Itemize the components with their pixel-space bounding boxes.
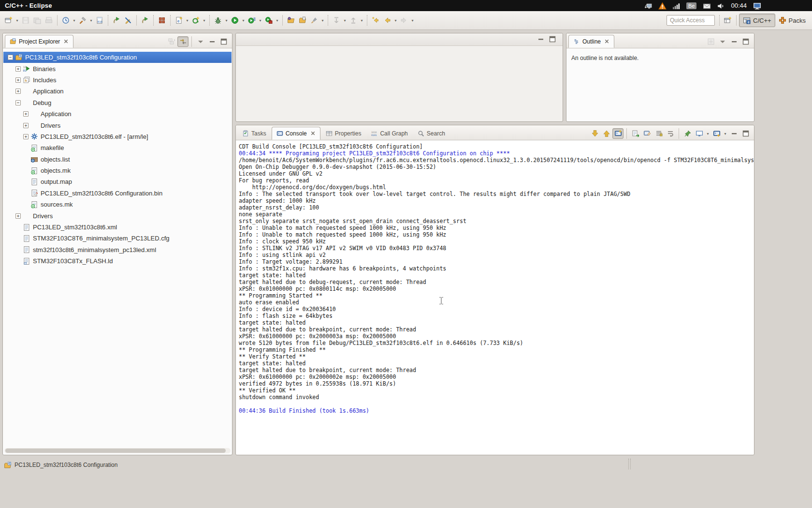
statusbar-drag-handle[interactable]	[628, 459, 631, 469]
tree-item[interactable]: +1001Binaries	[3, 63, 232, 74]
tree-item[interactable]: objects.list	[3, 154, 232, 165]
scrollbar-thumb[interactable]	[5, 448, 226, 453]
packs-manager-button[interactable]	[156, 15, 168, 26]
tree-item[interactable]: PC13LED_stm32f103c8t6.xml	[3, 222, 232, 233]
open-console-button[interactable]	[711, 128, 722, 139]
maximize-button[interactable]	[218, 36, 229, 47]
word-wrap-button[interactable]	[665, 128, 676, 139]
import-button[interactable]	[285, 15, 297, 26]
quick-access-input[interactable]	[667, 15, 715, 26]
tree-item[interactable]: +PC13LED_stm32f103c8t6.elf - [arm/le]	[3, 131, 232, 142]
next-error-button[interactable]	[589, 128, 600, 139]
perspective-packs[interactable]: Packs	[775, 14, 809, 27]
maximize-button[interactable]	[740, 36, 751, 47]
chevron-down-icon[interactable]: ▾	[705, 132, 710, 136]
minimize-button[interactable]	[728, 128, 740, 139]
profile-button[interactable]	[246, 15, 258, 26]
tree-item[interactable]: objects.mk	[3, 165, 232, 176]
tab-search[interactable]: Search	[413, 127, 450, 140]
network-tray-icon[interactable]	[644, 2, 652, 10]
tree-item[interactable]: −CPC13LED_stm32f103c8t6 Configuration	[3, 52, 232, 63]
tab-project-explorer[interactable]: Project Explorer	[5, 35, 73, 48]
chevron-down-icon[interactable]: ▾	[202, 18, 207, 23]
previous-error-button[interactable]	[601, 128, 612, 139]
back-button[interactable]	[381, 15, 393, 26]
close-icon[interactable]	[310, 131, 316, 136]
copy-build-log-button[interactable]	[630, 128, 641, 139]
debug-button[interactable]	[212, 15, 224, 26]
close-icon[interactable]	[63, 39, 69, 44]
binary-tools-button[interactable]: 010	[94, 15, 105, 26]
clear-console-button[interactable]	[641, 128, 652, 139]
tree-item[interactable]: +Drivers	[3, 210, 232, 221]
open-element-button[interactable]	[297, 15, 308, 26]
program-chip-button[interactable]	[139, 15, 151, 26]
chevron-down-icon[interactable]: ▾	[241, 18, 246, 23]
tree-item[interactable]: −Debug	[3, 97, 232, 108]
tree-item[interactable]: +Drivers	[3, 120, 232, 131]
tree-item[interactable]: stm32f103c8t6_minimalsystem_pc13led.xml	[3, 244, 232, 255]
chevron-down-icon[interactable]: ▾	[88, 18, 94, 23]
tree-item[interactable]: sources.mk	[3, 199, 232, 210]
search-toolbar-button[interactable]	[308, 15, 320, 26]
session-tray-icon[interactable]	[753, 2, 761, 10]
pin-console-button[interactable]	[682, 128, 693, 139]
collapse-expander[interactable]: −	[8, 55, 13, 60]
external-tools-button[interactable]	[263, 15, 275, 26]
keyboard-layout-indicator[interactable]: Be	[686, 2, 696, 9]
new-button[interactable]	[3, 15, 14, 26]
tab-call-graph[interactable]: 10100101Call Graph	[366, 127, 412, 140]
volume-tray-icon[interactable]	[717, 2, 725, 10]
flash-target-button[interactable]	[111, 15, 122, 26]
show-error-in-editor-button[interactable]	[612, 128, 624, 139]
horizontal-scrollbar[interactable]	[4, 448, 231, 453]
scroll-lock-button[interactable]	[653, 128, 664, 139]
build-config-button[interactable]	[60, 15, 72, 26]
new-c-project-button[interactable]	[190, 15, 202, 26]
tab-properties[interactable]: Properties	[321, 127, 366, 140]
expand-expander[interactable]: +	[23, 123, 29, 128]
signal-tray-icon[interactable]	[672, 2, 680, 10]
minimize-button[interactable]	[535, 34, 546, 45]
chevron-down-icon[interactable]: ▾	[258, 18, 263, 23]
tab-tasks[interactable]: Tasks	[238, 127, 271, 140]
maximize-button[interactable]	[547, 34, 558, 45]
tree-item[interactable]: output.map	[3, 176, 232, 187]
tab-console[interactable]: Console	[272, 127, 320, 140]
collapse-expander[interactable]: −	[15, 100, 21, 105]
expand-expander[interactable]: +	[15, 66, 21, 72]
tab-outline[interactable]: Outline	[568, 35, 614, 48]
expand-expander[interactable]: +	[15, 213, 21, 219]
chevron-down-icon[interactable]: ▾	[14, 18, 20, 23]
expand-expander[interactable]: +	[15, 89, 21, 94]
new-c-file-button[interactable]: c	[173, 15, 185, 26]
chevron-down-icon[interactable]: ▾	[185, 18, 190, 23]
clock[interactable]: 00:44	[731, 2, 747, 9]
tree-item[interactable]: STM32F103C8Tx_FLASH.ld	[3, 255, 232, 267]
chevron-down-icon[interactable]: ▾	[224, 18, 229, 23]
expand-expander[interactable]: +	[23, 111, 29, 117]
perspective-cpp[interactable]: c C/C++	[739, 14, 775, 27]
link-with-editor-button[interactable]	[177, 36, 188, 47]
minimize-button[interactable]	[728, 36, 740, 47]
warning-tray-icon[interactable]	[658, 2, 666, 10]
tree-item[interactable]: PC13LED_stm32f103c8t6 Configuration.bin	[3, 188, 232, 199]
maximize-button[interactable]	[740, 128, 751, 139]
tree-item[interactable]: +Application	[3, 108, 232, 120]
view-menu-button[interactable]	[195, 36, 206, 47]
minimize-button[interactable]	[206, 36, 218, 47]
chevron-down-icon[interactable]: ▾	[72, 18, 77, 23]
tree-item[interactable]: +Application	[3, 86, 232, 97]
tree-item[interactable]: +hIncludes	[3, 75, 232, 86]
chevron-down-icon[interactable]: ▾	[275, 18, 280, 23]
close-icon[interactable]	[604, 39, 609, 44]
expand-expander[interactable]: +	[23, 134, 29, 139]
run-button[interactable]	[229, 15, 241, 26]
view-menu-button[interactable]	[717, 36, 728, 47]
open-perspective-button[interactable]	[722, 15, 734, 26]
mail-tray-icon[interactable]	[703, 2, 710, 10]
expand-expander[interactable]: +	[15, 77, 21, 83]
tree-item[interactable]: STM32F103C8T6_minimalsystem_PC13LED.cfg	[3, 233, 232, 244]
chevron-down-icon[interactable]: ▾	[320, 18, 325, 23]
build-button[interactable]	[77, 15, 88, 26]
